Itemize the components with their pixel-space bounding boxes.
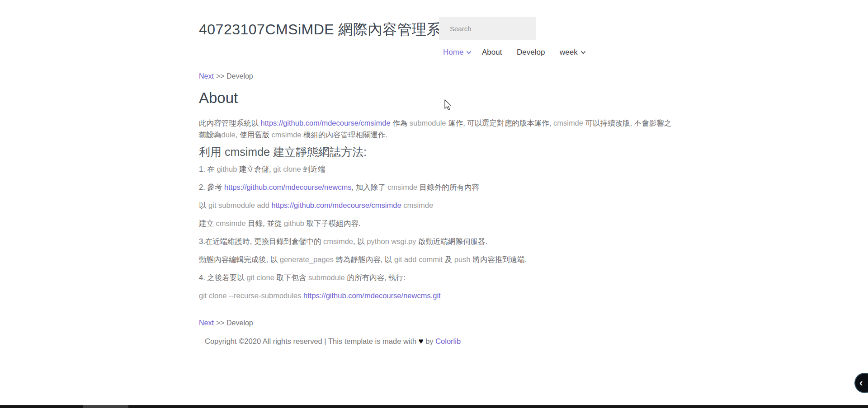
- step-3: 3.在近端維護時, 更換目錄到倉儲中的 cmsimde, 以 python ws…: [199, 235, 678, 247]
- text-segment: submodule: [410, 119, 446, 127]
- text-segment: 運作, 可以選定對應的版本運作,: [446, 119, 553, 127]
- inline-link[interactable]: https://github.com/mdecourse/cmsimde: [272, 201, 401, 209]
- text-segment: cmsimde: [323, 237, 353, 245]
- text-segment: github: [217, 165, 237, 173]
- text-segment: 2. 參考: [199, 183, 224, 191]
- text-segment: 取下包含: [274, 273, 308, 281]
- next-link[interactable]: Next: [199, 319, 214, 327]
- text-segment: git clone --recurse-submodules: [199, 291, 303, 300]
- taskbar-edge[interactable]: [0, 405, 868, 408]
- nav-item-label: Home: [443, 48, 463, 57]
- text-segment: 取下子模組內容.: [304, 219, 361, 227]
- text-segment: , 使用舊版: [236, 131, 272, 139]
- collapse-widget-button[interactable]: ‹: [854, 373, 868, 393]
- text-segment: 建立: [199, 219, 216, 227]
- text-segment: 建立倉儲,: [237, 165, 273, 173]
- text-segment: 以: [199, 201, 208, 209]
- pager-top: Next>> Develop: [199, 72, 253, 80]
- text-segment: 作為: [391, 119, 410, 127]
- text-segment: git add commit: [394, 255, 443, 263]
- inline-link[interactable]: https://github.com/mdecourse/newcms: [224, 183, 352, 191]
- section-title: 利用 cmsimde 建立靜態網誌方法:: [199, 145, 367, 159]
- mouse-cursor: [444, 99, 452, 113]
- text-segment: 模組的內容管理相關運作.: [302, 131, 388, 139]
- text-segment: ♥: [419, 337, 424, 346]
- step-2-command: 以 git submodule add https://github.com/m…: [199, 199, 678, 211]
- step-4-command: git clone --recurse-submodules https://g…: [199, 290, 678, 301]
- text-segment: git submodule add: [208, 201, 271, 209]
- nav-item-develop[interactable]: Develop: [517, 48, 545, 57]
- text-segment: 將內容推到遠端.: [471, 255, 527, 263]
- text-segment: 動態內容編輯完成後, 以: [199, 255, 280, 263]
- text-segment: cmsimde: [553, 119, 583, 127]
- step-2: 2. 參考 https://github.com/mdecourse/newcm…: [199, 181, 678, 193]
- text-segment: git clone: [273, 165, 301, 173]
- site-title[interactable]: 40723107CMSiMDE 網際內容管理系統: [199, 20, 456, 40]
- text-segment: push: [454, 255, 471, 263]
- text-segment: , 以: [353, 237, 367, 245]
- text-segment: submodule: [199, 131, 236, 139]
- page-title: About: [199, 89, 238, 107]
- text-segment: by: [424, 337, 436, 345]
- text-segment: 1. 在: [199, 165, 217, 173]
- text-segment: Copyright ©2020 All rights reserved | Th…: [205, 337, 419, 345]
- inline-link[interactable]: Colorlib: [435, 337, 461, 345]
- text-segment: 到近端: [301, 165, 326, 173]
- step-2-note: 建立 cmsimde 目錄, 並從 github 取下子模組內容.: [199, 217, 678, 229]
- search-input[interactable]: [439, 17, 536, 40]
- nav-item-label: About: [482, 48, 502, 57]
- text-segment: 目錄外的所有內容: [417, 183, 479, 191]
- chevron-down-icon: [467, 51, 471, 54]
- text-segment: submodule: [308, 273, 345, 281]
- text-segment: 轉為靜態內容, 以: [334, 255, 394, 263]
- intro-paragraph-line2: submodule, 使用舊版 cmsimde 模組的內容管理相關運作.: [199, 129, 678, 141]
- footer-copyright: Copyright ©2020 All rights reserved | Th…: [205, 337, 461, 346]
- chevron-down-icon: [581, 51, 585, 54]
- next-link[interactable]: Next: [199, 72, 214, 80]
- text-segment: generate_pages: [280, 255, 334, 263]
- nav-item-label: week: [560, 48, 578, 57]
- text-segment: github: [284, 219, 304, 227]
- text-segment: 此內容管理系統以: [199, 119, 261, 127]
- text-segment: python wsgi.py: [367, 237, 416, 245]
- text-segment: cmsimde: [272, 131, 302, 139]
- inline-link[interactable]: https://github.com/mdecourse/newcms.git: [303, 291, 441, 300]
- pager-target: >> Develop: [216, 72, 253, 80]
- text-segment: 3.在近端維護時, 更換目錄到倉儲中的: [199, 237, 323, 245]
- text-segment: cmsimde: [216, 219, 246, 227]
- text-segment: git clone: [246, 273, 274, 281]
- step-1: 1. 在 github 建立倉儲, git clone 到近端: [199, 163, 678, 175]
- text-segment: cmsimde: [401, 201, 434, 209]
- pager-bottom: Next>> Develop: [199, 319, 253, 327]
- text-segment: cmsimde: [387, 183, 417, 191]
- nav-item-week[interactable]: week: [560, 48, 585, 57]
- text-segment: 目錄, 並從: [246, 219, 284, 227]
- text-segment: 的所有內容, 執行:: [345, 273, 406, 281]
- nav-item-about[interactable]: About: [482, 48, 502, 57]
- text-segment: 及: [443, 255, 454, 263]
- search-box: [439, 17, 536, 40]
- nav-item-home[interactable]: Home: [443, 48, 471, 57]
- text-segment: 4. 之後若要以: [199, 273, 246, 281]
- text-segment: 啟動近端網際伺服器.: [416, 237, 487, 245]
- taskbar-active-app-indicator: [83, 405, 128, 408]
- pager-target: >> Develop: [216, 319, 253, 327]
- text-segment: , 加入除了: [351, 183, 387, 191]
- chevron-left-icon: ‹: [859, 378, 863, 388]
- step-4: 4. 之後若要以 git clone 取下包含 submodule 的所有內容,…: [199, 272, 678, 283]
- inline-link[interactable]: https://github.com/mdecourse/cmsimde: [261, 119, 391, 127]
- nav-item-label: Develop: [517, 48, 545, 57]
- step-3-note: 動態內容編輯完成後, 以 generate_pages 轉為靜態內容, 以 gi…: [199, 253, 678, 265]
